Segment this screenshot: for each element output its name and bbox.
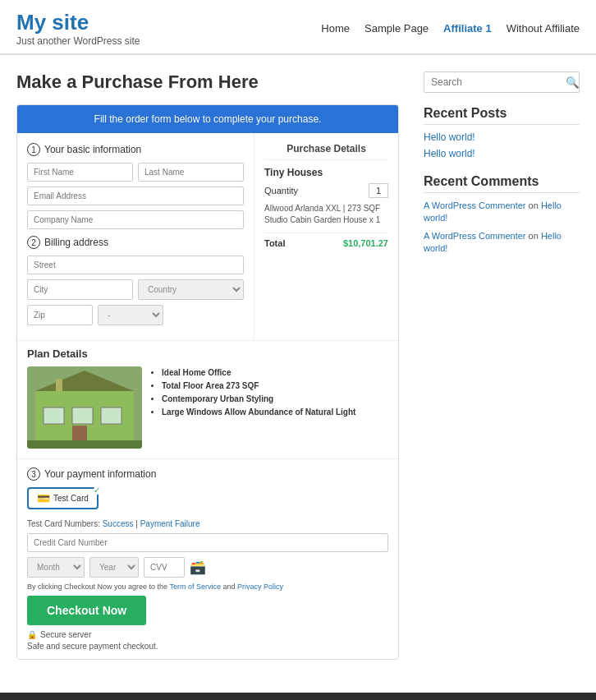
section2-num: 2	[27, 236, 40, 249]
first-name-input[interactable]	[27, 163, 133, 182]
privacy-link[interactable]: Privacy Policy	[237, 583, 283, 591]
plan-title: Plan Details	[27, 348, 388, 360]
plan-layout: Ideal Home Office Total Floor Area 273 S…	[27, 366, 388, 449]
credit-card-row	[27, 533, 388, 552]
checkout-box: Fill the order form below to complete yo…	[16, 104, 399, 660]
product-title: Tiny Houses	[264, 167, 388, 178]
company-row	[27, 210, 244, 229]
comment-1: A WordPress Commenter on Hello world!	[424, 200, 580, 225]
section2-label: Billing address	[44, 237, 108, 248]
plan-features: Ideal Home Office Total Floor Area 273 S…	[150, 366, 355, 449]
cvv-input[interactable]	[144, 557, 185, 578]
purchase-title: Purchase Details	[264, 143, 388, 160]
street-input[interactable]	[27, 256, 244, 274]
comment-on-1: on	[529, 200, 541, 210]
total-row: Total $10,701.27	[264, 233, 388, 248]
content-area: Make a Purchase From Here Fill the order…	[16, 71, 399, 660]
qty-row: Quantity 1	[264, 183, 388, 198]
card-links: Test Card Numbers: Success | Payment Fai…	[27, 519, 388, 528]
payment-section: 3 Your payment information 💳 Test Card ✓…	[17, 458, 398, 659]
tos-link[interactable]: Term of Service	[169, 583, 221, 591]
card-expiry-row: Month Year 🗃️	[27, 557, 388, 578]
section1-title: 1 Your basic information	[27, 143, 244, 156]
feature-4: Large Windows Allow Abundance of Natural…	[162, 406, 355, 419]
feature-2: Total Floor Area 273 SQF	[162, 380, 355, 393]
name-row	[27, 163, 244, 182]
total-label: Total	[264, 238, 285, 248]
sidebar: 🔍 Recent Posts Hello world! Hello world!…	[424, 71, 580, 660]
nav-without-affiliate[interactable]: Without Affiliate	[507, 22, 580, 35]
zip-extra-select[interactable]: -	[98, 305, 163, 325]
checkout-header-text: Fill the order form below to complete yo…	[94, 113, 322, 125]
company-input[interactable]	[27, 210, 244, 229]
country-select[interactable]: Country	[138, 279, 244, 300]
purchase-details: Purchase Details Tiny Houses Quantity 1 …	[254, 133, 398, 340]
checkout-body: 1 Your basic information	[17, 133, 398, 340]
site-branding: My site Just another WordPress site	[16, 10, 140, 47]
city-input[interactable]	[27, 279, 133, 300]
street-row	[27, 256, 244, 274]
product-desc: Allwood Arlanda XXL | 273 SQF Studio Cab…	[264, 203, 388, 226]
svg-rect-3	[44, 408, 64, 424]
house-image	[27, 366, 142, 449]
post-link-1[interactable]: Hello world!	[424, 131, 580, 143]
nav-sample-page[interactable]: Sample Page	[364, 22, 429, 35]
svg-rect-7	[27, 440, 142, 449]
card-button[interactable]: 💳 Test Card ✓	[27, 487, 99, 509]
section3-title: 3 Your payment information	[27, 467, 388, 481]
secure-row: 🔒 Secure server	[27, 630, 388, 639]
nav-affiliate1[interactable]: Affiliate 1	[443, 22, 492, 35]
site-tagline: Just another WordPress site	[16, 35, 140, 47]
last-name-input[interactable]	[138, 163, 244, 182]
comment-author-2[interactable]: A WordPress Commenter	[424, 231, 526, 241]
zip-input[interactable]	[27, 305, 93, 325]
section1-num: 1	[27, 143, 40, 156]
recent-comments-title: Recent Comments	[424, 174, 580, 193]
post-link-2[interactable]: Hello world!	[424, 148, 580, 159]
card-label: Test Card	[53, 494, 89, 503]
section3-num: 3	[27, 467, 40, 481]
month-select[interactable]: Month	[27, 557, 85, 578]
checkout-button[interactable]: Checkout Now	[27, 596, 146, 625]
agree-text: By clicking Checkout Now you agree to th…	[27, 583, 388, 591]
search-box: 🔍	[424, 71, 580, 93]
email-row	[27, 187, 244, 205]
site-title: My site	[16, 10, 140, 35]
checkout-form: 1 Your basic information	[17, 133, 254, 340]
qty-label: Quantity	[264, 186, 298, 196]
checkout-header-bar: Fill the order form below to complete yo…	[17, 105, 398, 133]
city-country-row: Country	[27, 279, 244, 300]
failure-link[interactable]: Payment Failure	[140, 519, 200, 528]
email-input[interactable]	[27, 187, 244, 205]
search-input[interactable]	[424, 72, 561, 92]
main-content: Make a Purchase From Here Fill the order…	[0, 55, 596, 676]
credit-card-input[interactable]	[27, 533, 388, 552]
card-numbers-label: Test Card Numbers:	[27, 519, 100, 528]
section1-label: Your basic information	[44, 144, 141, 155]
success-link[interactable]: Success	[103, 519, 134, 528]
zip-row: -	[27, 305, 244, 325]
page-title: Make a Purchase From Here	[16, 71, 399, 93]
section3-label: Your payment information	[44, 468, 156, 480]
cvv-icon: 🗃️	[190, 557, 206, 578]
svg-rect-8	[56, 379, 62, 391]
comment-2: A WordPress Commenter on Hello world!	[424, 230, 580, 256]
comment-author-1[interactable]: A WordPress Commenter	[424, 200, 526, 210]
lock-icon: 🔒	[27, 630, 37, 639]
year-select[interactable]: Year	[89, 557, 139, 578]
nav-home[interactable]: Home	[321, 22, 350, 35]
footer: Colorway Theme Footer is widgetized. To …	[0, 693, 596, 700]
recent-comments-section: Recent Comments A WordPress Commenter on…	[424, 174, 580, 256]
card-check-icon: ✓	[94, 486, 100, 495]
search-button[interactable]: 🔍	[561, 72, 585, 92]
main-nav: Home Sample Page Affiliate 1 Without Aff…	[321, 22, 580, 35]
plan-section: Plan Details	[17, 340, 398, 458]
recent-posts-section: Recent Posts Hello world! Hello world!	[424, 106, 580, 159]
section2-title: 2 Billing address	[27, 236, 244, 249]
card-icon: 💳	[37, 492, 50, 504]
site-header: My site Just another WordPress site Home…	[0, 0, 596, 54]
qty-value: 1	[369, 183, 388, 198]
svg-rect-4	[72, 408, 93, 424]
feature-1: Ideal Home Office	[162, 366, 355, 380]
feature-3: Contemporary Urban Styling	[162, 393, 355, 406]
